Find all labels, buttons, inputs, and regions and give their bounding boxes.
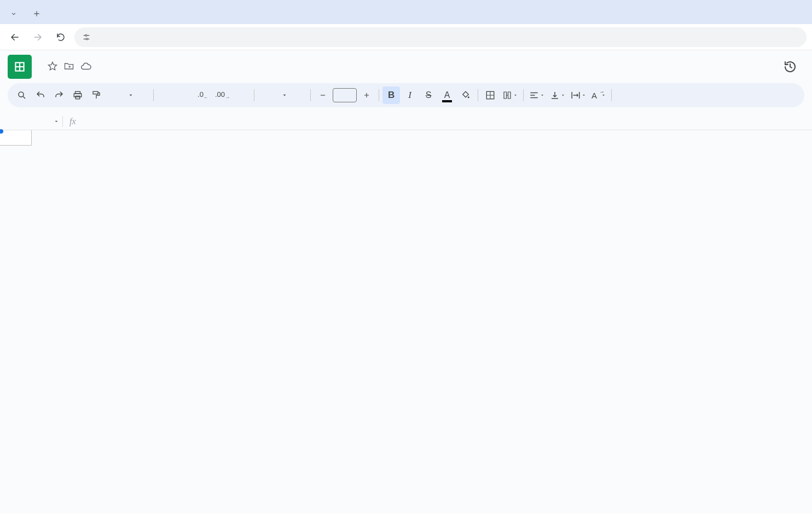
site-settings-icon [82, 33, 91, 42]
font-family-dropdown[interactable] [258, 86, 307, 104]
formula-bar-row: fx [0, 113, 812, 130]
chevron-down-icon [582, 93, 586, 97]
history-button[interactable] [779, 56, 801, 78]
svg-rect-13 [76, 96, 80, 99]
fill-color-icon [461, 90, 471, 100]
chevron-down-icon [540, 93, 544, 97]
undo-button[interactable] [32, 86, 49, 104]
history-icon [784, 60, 797, 73]
arrow-left-icon [10, 32, 20, 42]
svg-point-5 [86, 38, 88, 39]
decrease-decimal-icon: .0← [198, 90, 208, 100]
strikethrough-icon: S [426, 90, 432, 100]
strikethrough-button[interactable]: S [420, 86, 437, 104]
borders-button[interactable] [482, 86, 499, 104]
cloud-status[interactable] [80, 60, 92, 72]
svg-rect-14 [93, 91, 98, 94]
valign-bottom-icon [550, 90, 560, 100]
select-all-corner[interactable] [0, 130, 32, 146]
sheets-logo[interactable] [8, 55, 32, 79]
new-tab-button[interactable] [28, 5, 45, 22]
italic-button[interactable]: I [401, 86, 419, 104]
star-icon [47, 61, 58, 72]
borders-icon [485, 90, 495, 100]
arrow-right-icon [33, 32, 43, 42]
italic-icon: I [408, 90, 411, 101]
move-button[interactable] [63, 61, 74, 72]
font-size-input[interactable] [333, 88, 357, 102]
increase-decimal-icon: .00→ [215, 90, 230, 100]
fx-icon: fx [63, 117, 83, 126]
percent-button[interactable] [176, 86, 193, 104]
redo-button[interactable] [50, 86, 68, 104]
search-icon [17, 90, 27, 100]
chevron-down-icon [54, 119, 59, 124]
chevron-down-icon [10, 10, 18, 18]
reload-icon [56, 32, 66, 42]
url-input[interactable] [74, 27, 807, 47]
doc-header [0, 50, 812, 79]
bold-button[interactable]: B [382, 86, 400, 104]
plus-icon [363, 91, 370, 99]
merge-cells-button[interactable] [500, 86, 520, 104]
align-left-icon [529, 90, 539, 100]
cloud-icon [80, 60, 92, 72]
svg-point-9 [19, 92, 24, 97]
reload-button[interactable] [51, 28, 70, 47]
undo-icon [36, 90, 45, 100]
browser-chrome [0, 0, 812, 50]
plus-icon [32, 9, 41, 18]
chevron-down-icon [513, 93, 518, 97]
currency-button[interactable] [157, 86, 175, 104]
toolbar: .0← .00→ B I S A A→ [8, 83, 804, 107]
tab-search-button[interactable] [5, 5, 22, 22]
horizontal-align-button[interactable] [527, 86, 547, 104]
more-formats-button[interactable] [233, 86, 251, 104]
rotation-icon: A [591, 91, 597, 100]
increase-decimal-button[interactable]: .00→ [213, 86, 232, 104]
zoom-dropdown[interactable] [106, 86, 150, 104]
print-icon [73, 90, 83, 100]
star-button[interactable] [47, 61, 58, 72]
sheets-icon [13, 60, 27, 74]
chevron-down-icon [128, 92, 134, 98]
svg-line-10 [23, 96, 25, 99]
redo-icon [54, 90, 64, 100]
wrap-icon [571, 90, 581, 100]
text-color-icon: A [444, 90, 450, 100]
svg-point-16 [468, 96, 469, 98]
chevron-down-icon [561, 93, 565, 97]
minus-icon [319, 91, 327, 99]
decrease-font-size-button[interactable] [314, 86, 332, 104]
paint-roller-icon [91, 90, 101, 100]
bold-icon: B [388, 90, 395, 101]
text-color-button[interactable]: A [438, 86, 456, 104]
print-button[interactable] [69, 86, 86, 104]
text-wrap-button[interactable] [569, 86, 588, 104]
text-rotation-button[interactable]: A→ [589, 86, 608, 104]
fill-color-button[interactable] [457, 86, 474, 104]
forward-button[interactable] [28, 28, 47, 47]
name-box[interactable] [5, 119, 62, 124]
merge-icon [502, 90, 512, 100]
vertical-align-button[interactable] [548, 86, 567, 104]
folder-move-icon [63, 61, 74, 72]
chevron-down-icon [282, 92, 287, 98]
back-button[interactable] [5, 28, 24, 47]
increase-font-size-button[interactable] [358, 86, 375, 104]
decrease-decimal-button[interactable]: .0← [194, 86, 212, 104]
paint-format-button[interactable] [88, 86, 105, 104]
svg-point-4 [85, 34, 87, 36]
search-menus-button[interactable] [13, 86, 31, 104]
grid-area[interactable] [0, 130, 812, 513]
tab-strip [0, 0, 812, 24]
address-bar [0, 24, 812, 50]
